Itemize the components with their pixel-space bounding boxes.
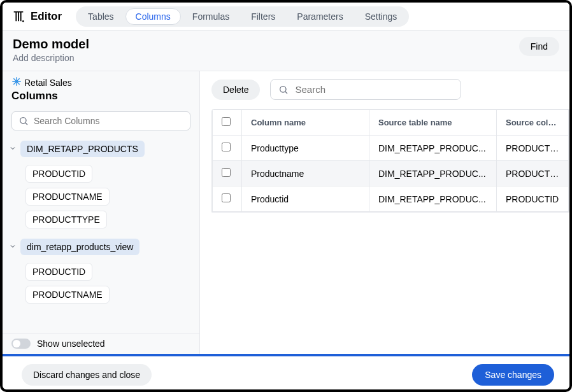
show-unselected-label: Show unselected [37,339,105,349]
tab-filters[interactable]: Filters [241,8,285,25]
tree-group-header[interactable]: dim_retapp_products_view [8,236,196,258]
tree-item[interactable]: PRODUCTID [25,263,196,281]
cell-col-name: Productid [242,186,369,212]
main-panel: Delete Column name Source table name Sou… [200,71,569,354]
cell-src-col: PRODUCTID [497,186,569,212]
tree-group-header[interactable]: DIM_RETAPP_PRODUCTS [8,138,196,160]
delete-button[interactable]: Delete [211,80,260,100]
model-description[interactable]: Add description [13,53,89,63]
sidebar: Retail Sales Columns DIM_RETAPP_PRODUCTS… [3,71,200,354]
sidebar-section-label: Columns [11,90,190,102]
cell-col-name: Producttype [242,136,369,161]
search-icon [278,85,289,95]
chevron-down-icon [9,241,17,253]
search-columns-field[interactable] [34,116,183,126]
tree-group-name: DIM_RETAPP_PRODUCTS [20,141,145,157]
tab-columns[interactable]: Columns [125,8,181,25]
cell-src-col: PRODUCTNAM [497,161,569,186]
show-unselected-toggle[interactable] [11,339,31,349]
cell-col-name: Productname [242,161,369,186]
find-button[interactable]: Find [519,37,559,56]
columns-grid: Column name Source table name Source col… [211,109,569,213]
save-changes-button[interactable]: Save changes [472,364,554,386]
main-search[interactable] [270,79,461,100]
show-unselected-row: Show unselected [3,333,199,354]
svg-point-11 [280,86,286,92]
svg-point-4 [22,20,24,22]
cell-src-table: DIM_RETAPP_PRODUC... [369,186,497,212]
snowflake-icon [11,76,22,88]
main-search-field[interactable] [295,84,453,95]
datasource-name: Retail Sales [24,78,72,88]
cell-src-col: PRODUCTTYPE [497,136,569,161]
row-checkbox[interactable] [222,168,231,177]
tab-parameters[interactable]: Parameters [287,8,353,25]
column-header-source-column[interactable]: Source column n [497,110,569,136]
svg-line-10 [25,123,27,125]
subheader: Demo model Add description Find [3,31,569,71]
svg-line-12 [285,91,287,93]
column-header-name[interactable]: Column name [242,110,369,136]
discard-button[interactable]: Discard changes and close [22,364,152,386]
column-tree: DIM_RETAPP_PRODUCTS PRODUCTID PRODUCTNAM… [3,136,199,333]
tree-item[interactable]: PRODUCTTYPE [25,211,196,228]
app-title: Editor [31,10,62,23]
topbar: Editor Tables Columns Formulas Filters P… [3,3,569,31]
tab-formulas[interactable]: Formulas [182,8,240,25]
row-checkbox[interactable] [222,143,231,151]
table-row[interactable]: Productid DIM_RETAPP_PRODUC... PRODUCTID [213,186,569,212]
cell-src-table: DIM_RETAPP_PRODUC... [369,161,497,186]
nav-tabs: Tables Columns Formulas Filters Paramete… [76,6,409,27]
tree-item[interactable]: PRODUCTNAME [25,188,196,206]
table-row[interactable]: Productname DIM_RETAPP_PRODUC... PRODUCT… [213,161,569,186]
tab-settings[interactable]: Settings [355,8,408,25]
cell-src-table: DIM_RETAPP_PRODUC... [369,136,497,161]
tree-item[interactable]: PRODUCTID [25,165,196,183]
tree-item[interactable]: PRODUCTNAME [25,286,196,304]
column-header-source-table[interactable]: Source table name [369,110,497,136]
app-logo-icon [10,8,27,25]
model-title[interactable]: Demo model [13,37,89,52]
row-checkbox[interactable] [222,193,231,202]
search-columns-input[interactable] [11,111,190,130]
tree-group-name: dim_retapp_products_view [20,239,139,255]
table-row[interactable]: Producttype DIM_RETAPP_PRODUC... PRODUCT… [213,136,569,161]
tab-tables[interactable]: Tables [78,8,124,25]
svg-point-9 [20,118,26,123]
select-all-checkbox[interactable] [222,117,231,126]
chevron-down-icon [9,143,17,155]
search-icon [18,116,29,126]
footer: Discard changes and close Save changes [3,356,569,392]
